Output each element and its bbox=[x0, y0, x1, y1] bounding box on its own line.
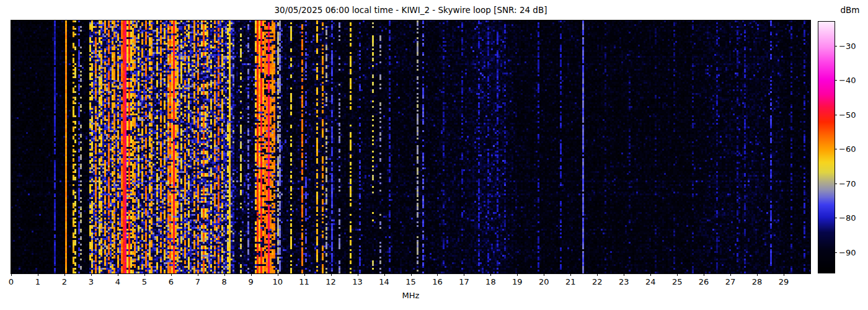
x-axis-tick-label: 17 bbox=[459, 277, 469, 286]
colorbar-tick bbox=[835, 252, 837, 253]
x-axis-tick bbox=[464, 273, 464, 276]
x-axis-tick bbox=[278, 273, 278, 276]
colorbar-tick bbox=[835, 149, 837, 149]
colorbar-tick bbox=[835, 184, 837, 184]
x-axis-tick-label: 26 bbox=[699, 277, 709, 286]
x-axis-tick-label: 25 bbox=[672, 277, 683, 286]
x-axis-tick bbox=[490, 273, 491, 276]
x-axis-tick bbox=[784, 273, 784, 276]
x-axis-tick-label: 13 bbox=[352, 277, 363, 286]
x-axis-tick-label: 2 bbox=[62, 277, 67, 286]
x-axis-label: MHz bbox=[11, 291, 810, 300]
x-axis-tick bbox=[171, 273, 172, 276]
x-axis-tick-label: 5 bbox=[142, 277, 147, 286]
x-axis-tick-label: 0 bbox=[9, 277, 14, 286]
spectrogram-canvas bbox=[11, 20, 810, 273]
x-axis-tick bbox=[597, 273, 598, 276]
colorbar-tick-label: −40 bbox=[839, 76, 856, 85]
x-axis-tick bbox=[331, 273, 332, 276]
x-axis-tick-label: 11 bbox=[299, 277, 309, 286]
colorbar-tick bbox=[835, 115, 837, 115]
x-axis-tick bbox=[437, 273, 438, 276]
x-axis-tick-label: 7 bbox=[195, 277, 200, 286]
colorbar-tick bbox=[835, 218, 837, 218]
x-axis-tick-label: 9 bbox=[249, 277, 254, 286]
spectrum-waterfall-figure: 30/05/2025 06:00 local time - KIWI_2 - S… bbox=[0, 0, 868, 310]
colorbar-tick-label: −70 bbox=[839, 179, 856, 188]
x-axis-tick-label: 24 bbox=[645, 277, 656, 286]
colorbar-tick bbox=[835, 80, 837, 81]
x-axis-tick-label: 19 bbox=[512, 277, 523, 286]
spectrogram-plot-area bbox=[11, 20, 811, 274]
x-axis-tick bbox=[411, 273, 412, 276]
x-axis-tick bbox=[251, 273, 252, 276]
x-axis-tick bbox=[64, 273, 65, 276]
x-axis-tick bbox=[118, 273, 118, 276]
x-axis-tick bbox=[544, 273, 544, 276]
x-axis-tick bbox=[517, 273, 518, 276]
x-axis-tick bbox=[650, 273, 651, 276]
x-axis-tick bbox=[11, 273, 12, 276]
x-axis-tick-label: 4 bbox=[115, 277, 120, 286]
x-axis-tick bbox=[704, 273, 704, 276]
colorbar-tick-label: −30 bbox=[839, 41, 856, 50]
x-axis-tick-label: 27 bbox=[725, 277, 736, 286]
chart-title: 30/05/2025 06:00 local time - KIWI_2 - S… bbox=[11, 5, 810, 15]
x-axis-tick-label: 14 bbox=[379, 277, 389, 286]
x-axis-tick bbox=[757, 273, 758, 276]
colorbar bbox=[818, 21, 835, 273]
x-axis-tick-label: 8 bbox=[222, 277, 227, 286]
x-axis-tick-label: 22 bbox=[592, 277, 603, 286]
x-axis-tick bbox=[384, 273, 385, 276]
x-axis-tick bbox=[358, 273, 358, 276]
x-axis-tick-label: 3 bbox=[89, 277, 94, 286]
colorbar-tick-label: −60 bbox=[839, 144, 856, 154]
x-axis-tick bbox=[144, 273, 145, 276]
colorbar-tick-label: −80 bbox=[839, 213, 856, 223]
x-axis-tick-label: 28 bbox=[752, 277, 763, 286]
x-axis-tick-label: 6 bbox=[169, 277, 174, 286]
colorbar-canvas bbox=[818, 22, 835, 273]
colorbar-tick-label: −50 bbox=[839, 110, 856, 119]
x-axis-tick bbox=[730, 273, 731, 276]
x-axis-tick bbox=[570, 273, 571, 276]
x-axis-tick bbox=[91, 273, 92, 276]
colorbar-unit-label: dBm bbox=[828, 5, 868, 15]
x-axis-tick bbox=[38, 273, 38, 276]
x-axis-tick-label: 23 bbox=[619, 277, 629, 286]
x-axis-tick bbox=[304, 273, 305, 276]
x-axis-tick bbox=[677, 273, 678, 276]
x-axis-tick-label: 1 bbox=[35, 277, 40, 286]
colorbar-tick bbox=[835, 46, 837, 46]
x-axis-tick bbox=[198, 273, 198, 276]
x-axis-tick-label: 21 bbox=[565, 277, 576, 286]
x-axis-tick-label: 18 bbox=[485, 277, 496, 286]
x-axis-tick bbox=[624, 273, 624, 276]
x-axis-tick bbox=[224, 273, 225, 276]
x-axis-tick-label: 20 bbox=[539, 277, 549, 286]
x-axis-tick-label: 29 bbox=[779, 277, 789, 286]
x-axis-tick-label: 10 bbox=[272, 277, 283, 286]
x-axis-tick-label: 12 bbox=[326, 277, 336, 286]
x-axis-tick-label: 16 bbox=[432, 277, 443, 286]
x-axis-tick-label: 15 bbox=[405, 277, 416, 286]
colorbar-tick-label: −90 bbox=[839, 247, 856, 257]
